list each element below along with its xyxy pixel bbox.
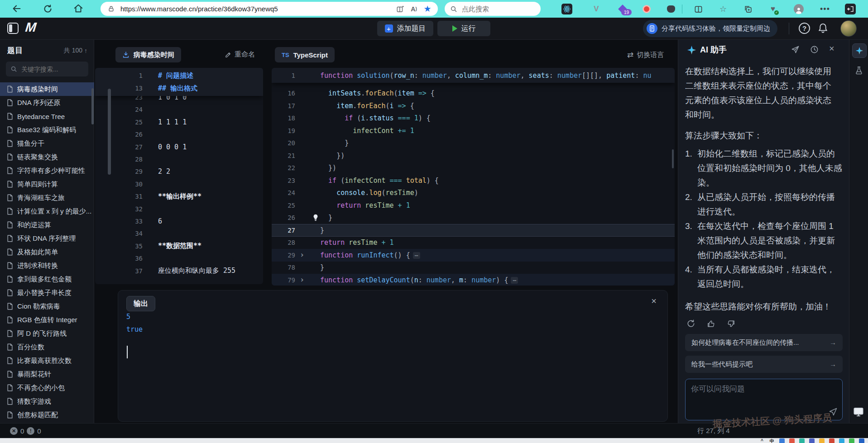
copy-collections-icon[interactable]	[743, 4, 753, 14]
code-editor-scrollbar[interactable]	[672, 149, 674, 168]
split-tab-icon[interactable]	[395, 4, 405, 14]
markdown-line[interactable]: 36	[95, 252, 263, 265]
add-problem-button[interactable]: + 添加题目	[377, 21, 433, 36]
markdown-line[interactable]: 336	[95, 215, 263, 228]
code-line[interactable]: 24 console.log(resTime)	[272, 186, 675, 199]
problems-indicator[interactable]: ✕ 0 ! 0	[10, 424, 41, 438]
sidebar-item[interactable]: 猜数字游戏	[0, 395, 94, 408]
code-line[interactable]: 22 })	[272, 162, 675, 174]
markdown-line[interactable]: 1# 问题描述	[95, 69, 263, 82]
sidebar-item[interactable]: 最小替换子串长度	[0, 286, 94, 300]
tray-app-blue[interactable]	[779, 438, 785, 443]
sidebar-item[interactable]: 计算位置 x 到 y 的最少...	[0, 205, 94, 218]
ai-assistant-toggle-button[interactable]	[852, 43, 867, 58]
user-avatar[interactable]	[840, 20, 857, 37]
sidebar-item[interactable]: 和的逆运算	[0, 218, 94, 232]
split-screen-icon[interactable]	[693, 4, 704, 14]
run-button[interactable]: 运行	[437, 21, 490, 36]
fold-arrow-icon[interactable]: ›	[300, 251, 304, 259]
code-line[interactable]: 18 if (i.status === 1) {	[272, 112, 675, 124]
markdown-line[interactable]: 270 0 0 1	[95, 141, 263, 153]
code-line[interactable]: 79›function setDelayCount(n: number, m: …	[272, 274, 675, 286]
fold-arrow-icon[interactable]: ›	[300, 276, 304, 284]
folded-code-ellipsis[interactable]: ⋯	[413, 252, 420, 259]
sidebar-item[interactable]: 字符串有多少种可能性	[0, 164, 94, 177]
markdown-line[interactable]: 292 2	[95, 165, 263, 178]
tray-app-crimson[interactable]	[829, 438, 834, 443]
markdown-scrollbar[interactable]	[108, 89, 111, 175]
sidebar-item[interactable]: 及格如此简单	[0, 245, 94, 259]
browser-search-box[interactable]	[445, 2, 541, 16]
sidebar-item[interactable]: 病毒感染时间	[0, 82, 94, 96]
ai-close-icon[interactable]: ×	[829, 43, 834, 54]
tray-app-yellow[interactable]	[819, 438, 825, 443]
markdown-line[interactable]: 35**数据范围**	[95, 240, 263, 252]
home-icon[interactable]	[72, 3, 84, 14]
address-bar[interactable]: A) ★	[101, 2, 438, 16]
sidebar-item[interactable]: 拿到最多红包金额	[0, 272, 94, 286]
sidebar-scrollbar[interactable]	[91, 88, 94, 124]
code-line[interactable]: 26 }	[272, 211, 675, 224]
browser-profile-avatar[interactable]	[793, 4, 804, 14]
sidebar-item[interactable]: 不再贪心的小包	[0, 381, 94, 395]
tray-app-teal[interactable]	[799, 438, 805, 443]
markdown-line[interactable]: 13## 输出格式	[95, 82, 263, 95]
output-console[interactable]: 5 true	[126, 310, 143, 336]
switch-language-button[interactable]: ⇄ 切换语言	[627, 50, 664, 60]
code-line[interactable]: 16 intSeats.forEach(item => {	[272, 87, 675, 100]
sidebar-item[interactable]: Bytedance Tree	[0, 110, 94, 123]
tray-caret[interactable]: ^	[759, 438, 765, 443]
collapse-sidebar-icon[interactable]	[7, 23, 19, 34]
sidebar-panel-icon[interactable]	[845, 4, 856, 14]
react-devtools-extension-icon[interactable]	[561, 4, 572, 14]
language-tab[interactable]: TS TypeScript	[275, 47, 335, 62]
markdown-line[interactable]: 24	[95, 103, 263, 116]
markdown-line[interactable]: 28	[95, 153, 263, 166]
code-line[interactable]: 21 })	[272, 149, 675, 162]
tray-app-indigo[interactable]	[809, 438, 815, 443]
browser-search-input[interactable]	[461, 5, 553, 13]
bookmark-star-icon[interactable]: ★	[422, 4, 432, 14]
sidebar-item[interactable]: Cion 勒索病毒	[0, 300, 94, 313]
help-icon[interactable]: ?	[799, 23, 810, 34]
markdown-line[interactable]: 251 1 1 1	[95, 116, 263, 129]
code-line[interactable]: 78}	[272, 261, 675, 274]
sidebar-item[interactable]: 链表聚集交换	[0, 150, 94, 164]
thumbs-down-icon[interactable]	[725, 318, 737, 329]
code-line[interactable]: 17 item.forEach(i => {	[272, 100, 675, 112]
sidebar-item[interactable]: 猫鱼分干	[0, 137, 94, 150]
favorites-collections-icon[interactable]: ☆	[718, 4, 729, 14]
sidebar-item[interactable]: Base32 编码和解码	[0, 123, 94, 137]
vue-devtools-extension-icon[interactable]: V	[591, 4, 602, 14]
markdown-line[interactable]: 26	[95, 128, 263, 141]
dark-extension-icon[interactable]	[666, 4, 676, 14]
problem-tab[interactable]: 病毒感染时间	[115, 47, 181, 62]
sidebar-item[interactable]: 创意标题匹配	[0, 408, 94, 422]
code-line[interactable]: 27}	[272, 224, 675, 237]
problem-markdown-editor[interactable]: 231 0 1 024251 1 1 126270 0 0 128292 230…	[95, 68, 263, 284]
refresh-icon[interactable]	[42, 3, 53, 14]
sidebar-item[interactable]: 简单四则计算	[0, 177, 94, 191]
code-line[interactable]: 25 return resTime + 1	[272, 199, 675, 212]
ai-history-icon[interactable]	[810, 45, 819, 54]
tray-ime-chinese[interactable]: 中	[769, 438, 775, 443]
notifications-bell-icon[interactable]	[818, 23, 828, 34]
tray-app-green[interactable]	[849, 438, 854, 443]
marscode-logo[interactable]: M	[24, 20, 37, 35]
code-line[interactable]: 19 infectCont += 1	[272, 124, 675, 137]
code-line[interactable]: 29›function runInfect() {⋯	[272, 249, 675, 262]
experiment-flask-icon[interactable]	[854, 66, 863, 75]
sidebar-item[interactable]: 百分位数	[0, 340, 94, 354]
rename-button[interactable]: 重命名	[225, 50, 255, 59]
code-editor[interactable]: 16 intSeats.forEach(item => {17 item.for…	[272, 68, 675, 286]
code-line[interactable]: 1function solution(row_n: number, column…	[272, 69, 675, 82]
regenerate-icon[interactable]	[685, 318, 697, 329]
sidebar-item[interactable]: 青海湖租车之旅	[0, 191, 94, 205]
screen-share-icon[interactable]	[853, 407, 864, 417]
tray-app-navy[interactable]	[859, 438, 864, 443]
share-promo-banner[interactable]: 分享代码练习体验，领限量定制周边	[643, 20, 777, 37]
sidebar-item[interactable]: 阿 D 的飞行路线	[0, 327, 94, 340]
sidebar-item[interactable]: RGB 色值转 Integer	[0, 313, 94, 327]
sidebar-item[interactable]: 比赛最高获胜次数	[0, 354, 94, 367]
thumbs-up-icon[interactable]	[705, 318, 717, 329]
